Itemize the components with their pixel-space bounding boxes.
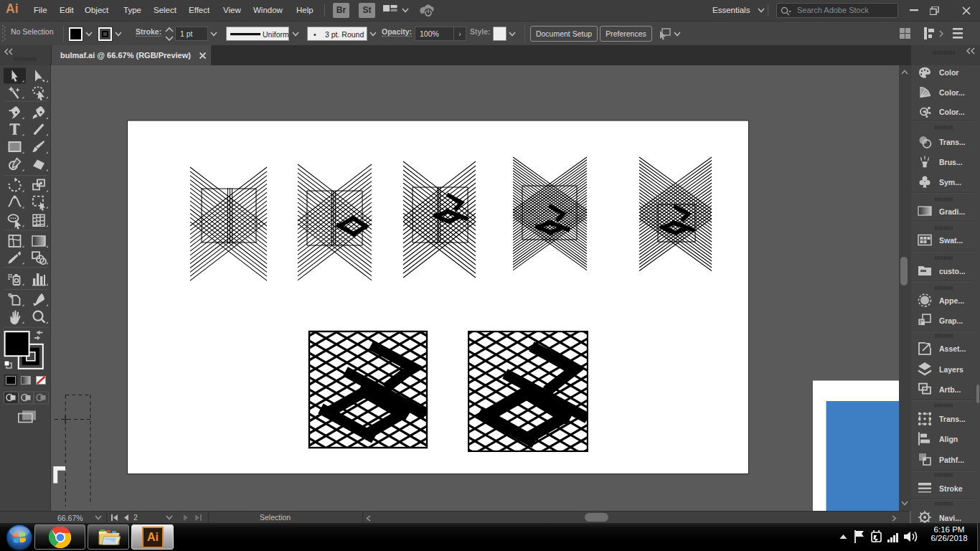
svg-text:Gradi...: Gradi...	[939, 207, 965, 216]
svg-text:Align: Align	[939, 435, 958, 443]
svg-text:Brus...: Brus...	[939, 158, 963, 166]
svg-text:Navi...: Navi...	[939, 514, 961, 522]
svg-text:Sym...: Sym...	[939, 178, 961, 187]
svg-text:custo...: custo...	[939, 267, 966, 276]
svg-text:Pathf...: Pathf...	[939, 456, 964, 464]
svg-text:Color: Color	[939, 68, 958, 77]
svg-text:Artb...: Artb...	[939, 385, 961, 394]
svg-text:Appe...: Appe...	[939, 296, 964, 305]
svg-text:Color...: Color...	[939, 108, 965, 116]
svg-text:Grap...: Grap...	[939, 316, 963, 325]
svg-text:Color...: Color...	[939, 88, 965, 97]
svg-text:Stroke: Stroke	[939, 484, 963, 493]
svg-text:Trans...: Trans...	[939, 138, 966, 146]
svg-text:Asset...: Asset...	[939, 344, 966, 353]
svg-text:Layers: Layers	[939, 365, 963, 374]
svg-text:Trans...: Trans...	[939, 415, 966, 423]
svg-text:Swat...: Swat...	[939, 236, 963, 245]
